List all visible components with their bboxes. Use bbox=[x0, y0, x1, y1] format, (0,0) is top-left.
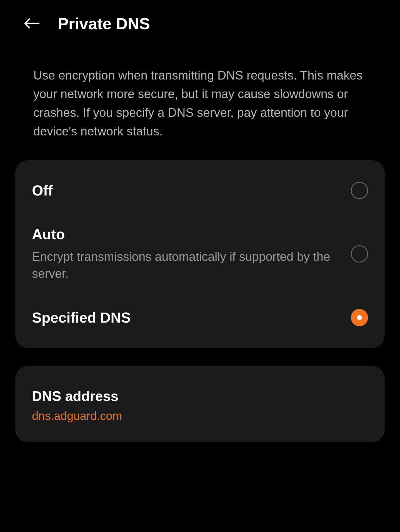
header: Private DNS bbox=[0, 0, 400, 41]
back-button[interactable] bbox=[22, 14, 41, 33]
option-auto[interactable]: Auto Encrypt transmissions automatically… bbox=[15, 212, 385, 296]
radio-auto[interactable] bbox=[351, 245, 368, 263]
radio-specified[interactable] bbox=[351, 309, 368, 326]
option-specified[interactable]: Specified DNS bbox=[15, 296, 385, 340]
description-text: Use encryption when transmitting DNS req… bbox=[0, 41, 400, 160]
option-off-title: Off bbox=[32, 182, 340, 199]
dns-address-row[interactable]: DNS address dns.adguard.com bbox=[15, 374, 385, 434]
arrow-left-icon bbox=[23, 18, 40, 29]
option-off[interactable]: Off bbox=[15, 169, 385, 212]
radio-off[interactable] bbox=[351, 182, 368, 199]
option-off-content: Off bbox=[32, 182, 351, 199]
page-title: Private DNS bbox=[58, 14, 150, 33]
dns-address-value: dns.adguard.com bbox=[32, 409, 368, 423]
option-auto-content: Auto Encrypt transmissions automatically… bbox=[32, 226, 351, 282]
option-specified-content: Specified DNS bbox=[32, 309, 351, 326]
dns-address-label: DNS address bbox=[32, 388, 368, 404]
option-specified-title: Specified DNS bbox=[32, 309, 340, 326]
options-card: Off Auto Encrypt transmissions automatic… bbox=[15, 160, 385, 348]
option-auto-title: Auto bbox=[32, 226, 340, 243]
option-auto-subtitle: Encrypt transmissions automatically if s… bbox=[32, 248, 340, 282]
dns-address-card: DNS address dns.adguard.com bbox=[15, 366, 385, 442]
